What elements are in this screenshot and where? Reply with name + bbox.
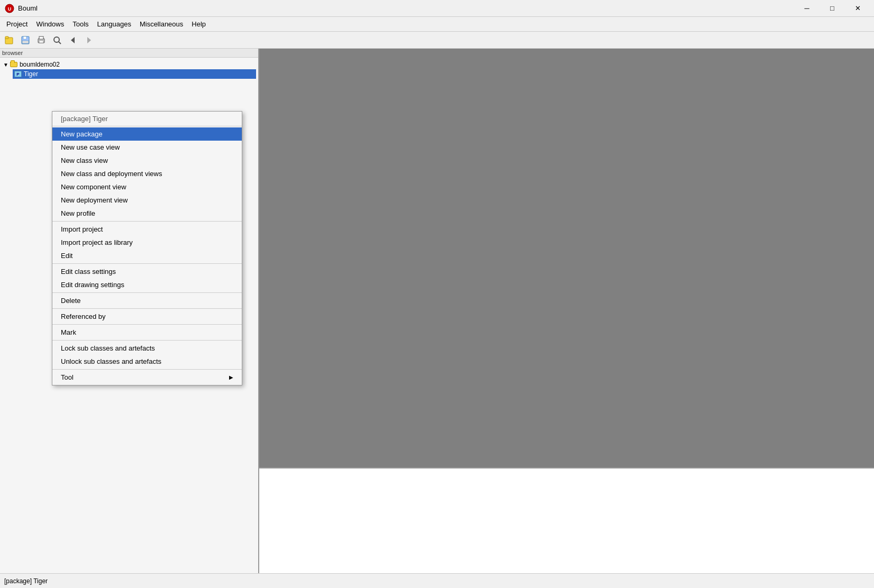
- ctx-submenu-arrow: ▶: [229, 374, 233, 380]
- ctx-delete[interactable]: Delete: [52, 294, 242, 307]
- tree-expand-arrow: ▼: [3, 62, 8, 68]
- ctx-mark[interactable]: Mark: [52, 326, 242, 339]
- menu-languages[interactable]: Languages: [93, 18, 135, 30]
- ctx-edit-class-settings[interactable]: Edit class settings: [52, 265, 242, 278]
- ctx-sep-2: [52, 263, 242, 264]
- svg-rect-5: [23, 36, 26, 39]
- svg-rect-8: [39, 36, 43, 39]
- back-button[interactable]: [66, 34, 80, 47]
- menu-project[interactable]: Project: [2, 18, 32, 30]
- svg-marker-12: [71, 37, 75, 43]
- title-bar: U Bouml ─ □ ✕: [0, 0, 874, 17]
- ctx-edit[interactable]: Edit: [52, 249, 242, 262]
- tree-tiger-label: Tiger: [24, 70, 38, 78]
- status-text: [package] Tiger: [4, 577, 48, 585]
- ctx-sep-6: [52, 340, 242, 341]
- window-title: Bouml: [18, 4, 795, 12]
- ctx-sep-7: [52, 369, 242, 370]
- minimize-button[interactable]: ─: [795, 0, 819, 17]
- svg-marker-13: [87, 37, 91, 43]
- save-button[interactable]: [18, 34, 33, 47]
- ctx-unlock-sub-classes[interactable]: Unlock sub classes and artefacts: [52, 355, 242, 368]
- status-bar: [package] Tiger: [0, 573, 874, 588]
- print-button[interactable]: [34, 34, 49, 47]
- menu-help[interactable]: Help: [187, 18, 210, 30]
- menu-windows[interactable]: Windows: [32, 18, 68, 30]
- ctx-sep-5: [52, 324, 242, 325]
- ctx-new-profile[interactable]: New profile: [52, 207, 242, 220]
- close-button[interactable]: ✕: [845, 0, 870, 17]
- window-controls: ─ □ ✕: [795, 0, 870, 17]
- ctx-referenced-by[interactable]: Referenced by: [52, 310, 242, 323]
- svg-line-11: [59, 42, 61, 44]
- browser-panel: browser ▼ boumldemо02 P Tiger [package] …: [0, 49, 259, 573]
- ctx-new-component-view[interactable]: New component view: [52, 180, 242, 194]
- svg-rect-6: [22, 41, 29, 43]
- tree-root[interactable]: ▼ boumldemо02: [2, 60, 256, 69]
- toolbar: [0, 32, 874, 49]
- root-folder-icon: [10, 60, 18, 69]
- tree-area: ▼ boumldemо02 P Tiger: [0, 58, 258, 81]
- menu-bar: Project Windows Tools Languages Miscella…: [0, 17, 874, 32]
- svg-rect-9: [39, 41, 43, 43]
- ctx-sep-1: [52, 221, 242, 222]
- maximize-button[interactable]: □: [820, 0, 844, 17]
- canvas-area: [259, 49, 874, 467]
- open-button[interactable]: [2, 34, 17, 47]
- ctx-sep-4: [52, 308, 242, 309]
- ctx-new-deployment-view[interactable]: New deployment view: [52, 194, 242, 207]
- ctx-new-use-case-view[interactable]: New use case view: [52, 141, 242, 154]
- tree-root-label: boumldemо02: [20, 61, 60, 68]
- ctx-new-package[interactable]: New package: [52, 127, 242, 141]
- ctx-new-class-view[interactable]: New class view: [52, 154, 242, 167]
- right-panel: [259, 49, 874, 573]
- ctx-edit-drawing-settings[interactable]: Edit drawing settings: [52, 278, 242, 291]
- ctx-import-project[interactable]: Import project: [52, 223, 242, 236]
- bottom-panel: [259, 467, 874, 573]
- svg-text:U: U: [8, 6, 12, 12]
- ctx-new-class-deployment[interactable]: New class and deployment views: [52, 167, 242, 180]
- browser-label: browser: [0, 49, 258, 58]
- ctx-sep-0: [52, 126, 242, 126]
- ctx-lock-sub-classes[interactable]: Lock sub classes and artefacts: [52, 342, 242, 355]
- svg-rect-3: [5, 36, 8, 39]
- tree-tiger-item[interactable]: P Tiger: [13, 69, 256, 79]
- menu-tools[interactable]: Tools: [68, 18, 93, 30]
- main-area: browser ▼ boumldemо02 P Tiger [package] …: [0, 49, 874, 573]
- ctx-sep-3: [52, 292, 242, 293]
- forward-button[interactable]: [81, 34, 96, 47]
- package-icon: P: [14, 70, 22, 78]
- ctx-tool[interactable]: Tool ▶: [52, 371, 242, 384]
- ctx-header: [package] Tiger: [52, 113, 242, 125]
- ctx-import-project-library[interactable]: Import project as library: [52, 236, 242, 249]
- menu-miscellaneous[interactable]: Miscellaneous: [135, 18, 187, 30]
- context-menu: [package] Tiger New package New use case…: [52, 111, 242, 385]
- svg-point-10: [54, 37, 59, 42]
- app-icon: U: [4, 3, 15, 14]
- zoom-button[interactable]: [50, 34, 65, 47]
